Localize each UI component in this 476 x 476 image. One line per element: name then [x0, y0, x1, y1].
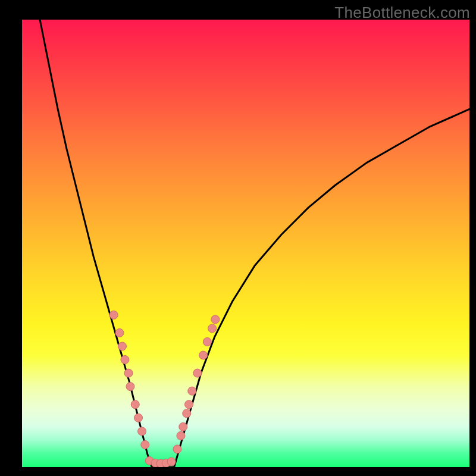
marker-dot: [211, 315, 220, 324]
marker-dot: [134, 414, 143, 422]
marker-dot: [173, 445, 181, 453]
marker-dot: [126, 383, 134, 391]
marker-dot: [138, 427, 146, 436]
series-right-curve: [174, 109, 469, 467]
marker-dot: [183, 409, 191, 418]
chart-svg: [22, 20, 469, 467]
marker-dot: [188, 387, 196, 395]
curve-markers: [109, 311, 220, 467]
marker-dot: [179, 422, 187, 431]
chart-frame: TheBottleneck.com: [0, 0, 476, 476]
marker-dot: [121, 356, 129, 364]
marker-dot: [115, 328, 124, 337]
plot-area: [22, 20, 469, 467]
series-left-curve: [40, 20, 152, 467]
marker-dot: [185, 400, 193, 409]
marker-dot: [203, 337, 211, 346]
marker-dot: [109, 311, 118, 319]
marker-dot: [124, 369, 133, 377]
marker-dot: [167, 458, 176, 466]
marker-dot: [199, 351, 208, 359]
marker-dot: [118, 342, 126, 350]
marker-dot: [177, 431, 185, 440]
marker-dot: [208, 324, 217, 333]
marker-dot: [193, 369, 202, 377]
marker-dot: [131, 400, 139, 409]
curve-lines: [40, 20, 469, 467]
marker-dot: [141, 440, 149, 449]
